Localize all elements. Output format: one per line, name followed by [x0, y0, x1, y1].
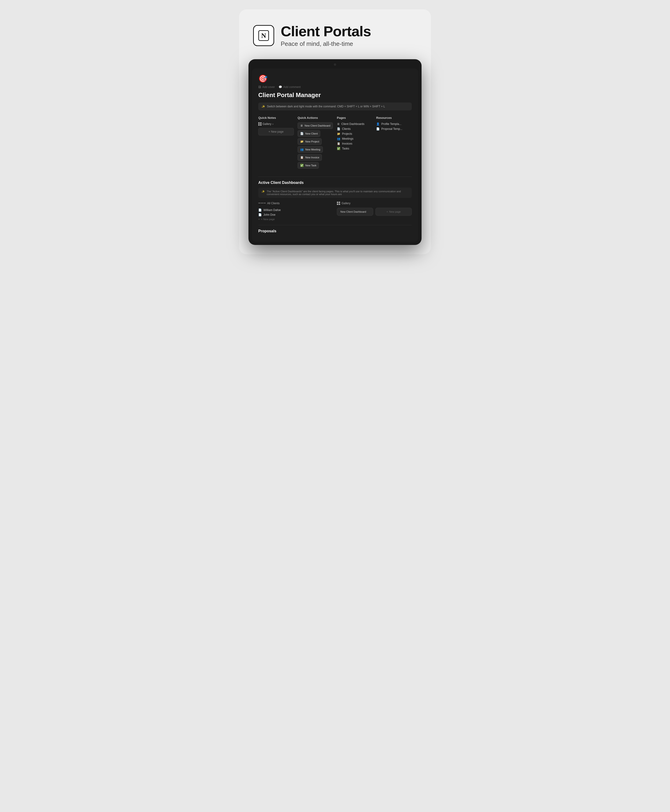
active-dashboards-section: Active Client Dashboards ✨ The "Active C… [258, 181, 412, 221]
client-item-1[interactable]: 📄 John Doe [258, 212, 333, 217]
page-item-1[interactable]: 📄 Clients [337, 127, 372, 130]
new-client-btn[interactable]: + + New page [258, 217, 333, 221]
gallery-selector[interactable]: Gallery ▾ [258, 122, 294, 126]
quick-actions-column: Quick Actions 🖥 New Client Dashboard 📄 N… [298, 116, 333, 170]
new-page-button[interactable]: + New page [258, 128, 294, 135]
resources-column: Resources 👤 Profile Templa... 📄 Proposal… [376, 116, 412, 170]
proposals-title: Proposals [258, 229, 412, 233]
chevron-down-icon: ▾ [272, 123, 274, 125]
main-subtitle: Peace of mind, all-the-time [281, 40, 371, 47]
quick-notes-column: Quick Notes Gallery ▾ + New page [258, 116, 294, 170]
plus-icon: + [258, 218, 260, 221]
meeting-icon: 👥 [300, 148, 304, 151]
header-text: Client Portals Peace of mind, all-the-ti… [281, 24, 371, 47]
resource-item-0[interactable]: 👤 Profile Templa... [376, 122, 412, 126]
action-btn-3[interactable]: 👥 New Meeting [298, 146, 323, 153]
page-meta: 🖼 Add cover 💬 Add comment [258, 85, 412, 89]
notion-logo: N [253, 25, 274, 46]
pages-list: 🖥 Client Dashboards 📄 Clients 📁 Projects [337, 122, 372, 150]
device-camera [334, 63, 336, 66]
action-btn-4[interactable]: 📋 New Invoice [298, 154, 322, 161]
gallery-cards: New Client Dashboard + New page [337, 208, 412, 216]
all-clients-view-selector[interactable]: All Clients [258, 202, 333, 205]
header-section: N Client Portals Peace of mind, all-the-… [249, 24, 371, 47]
add-cover-btn[interactable]: 🖼 Add cover [258, 85, 275, 89]
gallery-card-new[interactable]: + New page [376, 208, 412, 216]
page-item-3[interactable]: 👥 Meetings [337, 137, 372, 140]
page-item-5[interactable]: ✅ Tasks [337, 147, 372, 150]
clients-layout: All Clients 📄 William Dafoe 📄 John Doe + [258, 202, 412, 221]
task-icon: ✅ [300, 164, 304, 167]
invoice-icon: 📋 [300, 156, 304, 159]
dashboards-icon: 🖥 [337, 122, 340, 126]
info-text: The "Active Client Dashboards" are the c… [267, 190, 408, 196]
pages-column: Pages 🖥 Client Dashboards 📄 Clients 📁 [337, 116, 372, 170]
clients-gallery-view: Gallery New Client Dashboard + New page [337, 202, 412, 221]
monitor-icon: 🖥 [300, 124, 303, 127]
active-dashboards-info: ✨ The "Active Client Dashboards" are the… [258, 188, 412, 198]
client-0-icon: 📄 [258, 208, 262, 212]
projects-icon: 📁 [337, 132, 340, 135]
add-comment-btn[interactable]: 💬 Add comment [279, 85, 301, 89]
meetings-icon: 👥 [337, 137, 340, 140]
client-item-0[interactable]: 📄 William Dafoe [258, 208, 333, 212]
invoices-icon: 📋 [337, 142, 340, 145]
client-icon: 📄 [300, 132, 304, 135]
banner-text: Switch between dark and light mode with … [267, 105, 385, 108]
action-btn-0[interactable]: 🖥 New Client Dashboard [298, 122, 333, 129]
clients-icon: 📄 [337, 127, 340, 130]
gallery-grid-icon [258, 122, 262, 126]
resource-item-1[interactable]: 📄 Proposal Temp... [376, 127, 412, 130]
gallery-card-dashboard[interactable]: New Client Dashboard [337, 208, 373, 216]
page-icon: 🎯 [258, 74, 412, 83]
action-btn-5[interactable]: ✅ New Task [298, 162, 319, 169]
page-item-0[interactable]: 🖥 Client Dashboards [337, 122, 372, 126]
device-frame: 🎯 🖼 Add cover 💬 Add comment Client Porta… [249, 59, 421, 245]
profile-icon: 👤 [376, 122, 380, 126]
action-btn-1[interactable]: 📄 New Client [298, 130, 320, 137]
pages-heading: Pages [337, 116, 372, 120]
clients-list-view: All Clients 📄 William Dafoe 📄 John Doe + [258, 202, 333, 221]
resources-heading: Resources [376, 116, 412, 120]
device-screen: 🎯 🖼 Add cover 💬 Add comment Client Porta… [252, 69, 418, 242]
wand-icon: ✨ [262, 105, 265, 108]
svg-text:N: N [261, 32, 266, 39]
tasks-icon: ✅ [337, 147, 340, 150]
quick-notes-heading: Quick Notes [258, 116, 294, 120]
image-icon: 🖼 [258, 85, 261, 89]
page-item-4[interactable]: 📋 Invoices [337, 142, 372, 145]
gallery-view-label[interactable]: Gallery [337, 202, 412, 205]
gallery-icon-small [337, 202, 340, 205]
proposal-icon: 📄 [376, 127, 380, 130]
active-dashboards-title: Active Client Dashboards [258, 181, 412, 185]
columns-grid: Quick Notes Gallery ▾ + New page Quick A… [258, 116, 412, 170]
resources-list: 👤 Profile Templa... 📄 Proposal Temp... [376, 122, 412, 130]
list-view-icon [258, 203, 266, 204]
main-title: Client Portals [281, 24, 371, 39]
proposals-section: Proposals [258, 225, 412, 233]
action-btn-2[interactable]: 📁 New Project [298, 138, 321, 145]
page-item-2[interactable]: 📁 Projects [337, 132, 372, 135]
info-wand-icon: ✨ [262, 190, 265, 196]
comment-icon: 💬 [279, 85, 282, 89]
quick-actions-heading: Quick Actions [298, 116, 333, 120]
info-banner: ✨ Switch between dark and light mode wit… [258, 103, 412, 110]
action-buttons-list: 🖥 New Client Dashboard 📄 New Client 📁 Ne… [298, 122, 333, 169]
outer-wrapper: N Client Portals Peace of mind, all-the-… [239, 9, 431, 254]
client-1-icon: 📄 [258, 213, 262, 217]
page-title: Client Portal Manager [258, 91, 412, 99]
project-icon: 📁 [300, 140, 304, 143]
